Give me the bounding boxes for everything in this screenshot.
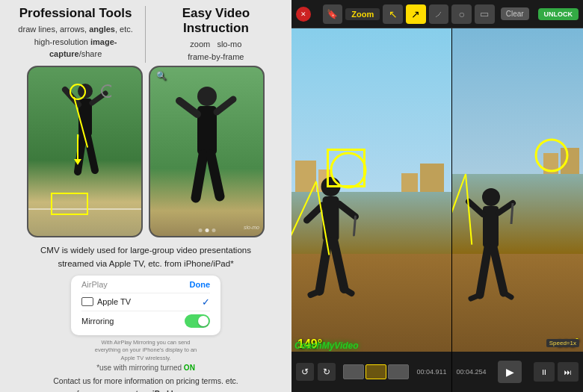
mirroring-toggle[interactable] [185, 314, 210, 328]
airplay-mirroring-row[interactable]: Mirroring [81, 311, 210, 331]
contact-text: Contact us for more information on prici… [53, 375, 238, 392]
right-panel: 🔖 Zoom ↖ ↗ ⟋ ○ ▭ Clear UNLOCK [292, 0, 583, 392]
svg-point-22 [331, 153, 365, 187]
mini-thumb-1[interactable] [343, 364, 364, 379]
phones-row: 00:01.627 [7, 66, 284, 237]
video-left: 149° CoachMyVideo ↺ ↻ 00:04.911 [292, 28, 452, 392]
pro-tools-sub: draw lines, arrows, angles, etc. high-re… [9, 23, 142, 60]
annot-line-right-1 [452, 173, 466, 251]
airplay-appletv-label: Apple TV [81, 297, 131, 306]
zoom-label: Zoom [345, 8, 380, 20]
left-header: Professional Tools draw lines, arrows, a… [7, 6, 284, 63]
golfer-right [465, 187, 517, 325]
svg-line-19 [334, 241, 345, 289]
frame-forward-btn[interactable]: ⏭ [558, 362, 579, 382]
easy-video-sub: zoom slo-mo frame-by-frame [149, 38, 283, 63]
svg-line-12 [211, 155, 220, 196]
airplay-check-icon: ✓ [202, 296, 210, 308]
annot-circle-right [534, 137, 570, 173]
toolbar-bookmark-btn[interactable]: 🔖 [323, 4, 343, 24]
annot-circle-phone1 [70, 84, 86, 100]
rewind-btn-left[interactable]: ↺ [296, 363, 314, 381]
pro-tools-title: Professional Tools [9, 6, 142, 21]
airplay-small-note: With AirPlay Mirroring you can sendevery… [95, 339, 197, 363]
annot-circle-left [327, 149, 365, 187]
toolbar-rect-btn[interactable]: ▭ [475, 4, 495, 24]
phone-frame-1: 00:01.627 [27, 66, 143, 237]
mini-thumb-2-active[interactable] [365, 364, 386, 379]
airplay-box: AirPlay Done Apple TV ✓ Mirroring [71, 276, 220, 335]
annot-rect-phone1 [51, 193, 88, 215]
svg-line-6 [87, 136, 95, 170]
svg-point-7 [197, 87, 217, 106]
svg-line-25 [469, 202, 483, 214]
svg-line-9 [179, 101, 197, 114]
svg-line-21 [345, 289, 352, 293]
easy-video-col: Easy Video Instruction zoom slo-mo frame… [149, 6, 283, 63]
annot-arrow-phone1 [77, 134, 78, 161]
svg-line-17 [354, 217, 356, 235]
svg-point-32 [536, 140, 567, 171]
toolbar-arrow-right-btn[interactable]: ↗ [406, 4, 426, 24]
phone2-watermark: slo-mo [244, 225, 259, 230]
phone-frame-2: 🔍 slo-mo [149, 66, 265, 237]
svg-line-20 [311, 291, 320, 295]
clear-button[interactable]: Clear [501, 7, 529, 20]
professional-tools-col: Professional Tools draw lines, arrows, a… [9, 6, 142, 63]
airplay-done-btn[interactable]: Done [190, 280, 211, 289]
mirror-note: *use with mirroring turned ON [96, 364, 195, 372]
unlock-button[interactable]: UNLOCK [538, 8, 579, 20]
header-divider [145, 6, 146, 63]
svg-line-16 [339, 204, 356, 217]
tv-icon [81, 297, 93, 306]
toolbar-line-btn[interactable]: ⟋ [429, 4, 449, 24]
on-label: ON [184, 364, 195, 372]
phone2-zoom-icon: 🔍 [156, 71, 167, 81]
description-text: CMV is widely used for large-group video… [22, 243, 271, 271]
toolbar-circle-btn[interactable]: ○ [451, 4, 472, 24]
play-button-right[interactable]: ▶ [498, 361, 522, 383]
speed-label: Speed=1x [546, 339, 579, 347]
timestamp-left: 00:04.911 [416, 368, 446, 376]
coach-watermark-left: CoachMyVideo [294, 340, 359, 351]
timestamp-right: 00:04.254 [457, 368, 487, 376]
airplay-header: AirPlay Done [81, 280, 210, 289]
svg-line-27 [511, 203, 513, 224]
mini-thumb-3[interactable] [388, 364, 409, 379]
frame-back-btn[interactable]: ⏸ [534, 362, 555, 382]
svg-line-29 [493, 247, 504, 293]
toolbar-arrow-left-btn[interactable]: ↖ [383, 4, 403, 24]
easy-video-title: Easy Video Instruction [149, 6, 283, 36]
toolbar: 🔖 Zoom ↖ ↗ ⟋ ○ ▭ Clear UNLOCK [292, 0, 583, 28]
forward-btn-left[interactable]: ↻ [318, 363, 336, 381]
airplay-mirroring-label: Mirroring [81, 317, 114, 326]
svg-line-10 [217, 99, 233, 112]
svg-line-28 [480, 247, 488, 295]
video-right: 181° Speed=1x 00:04.254 ▶ ⏸ ⏭ [452, 28, 584, 392]
close-button[interactable] [296, 7, 311, 22]
golfer-left [303, 175, 360, 325]
airplay-title: AirPlay [81, 280, 108, 289]
svg-line-26 [499, 203, 513, 213]
svg-point-23 [482, 188, 500, 206]
video-area: 149° CoachMyVideo ↺ ↻ 00:04.911 [292, 28, 583, 392]
airplay-appletv-row[interactable]: Apple TV ✓ [81, 293, 210, 311]
svg-line-30 [471, 295, 480, 299]
svg-line-11 [196, 155, 203, 198]
left-panel: Professional Tools draw lines, arrows, a… [0, 0, 292, 392]
